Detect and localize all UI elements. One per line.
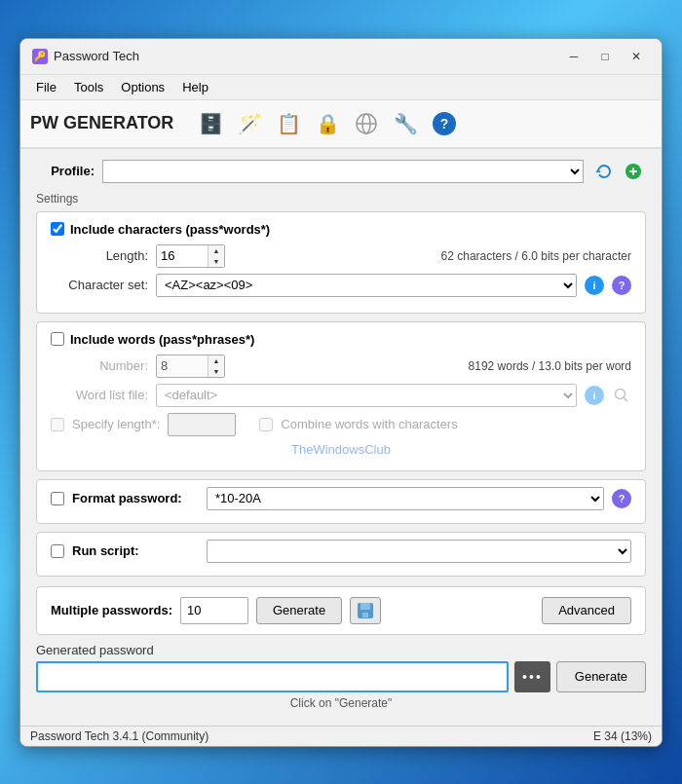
- charset-info-icon[interactable]: i: [585, 276, 604, 295]
- include-chars-label[interactable]: Include characters (pass*words*): [70, 222, 270, 237]
- main-window: 🔑 Password Tech ─ □ ✕ File Tools Options…: [19, 38, 663, 747]
- include-words-label[interactable]: Include words (pass*phrases*): [70, 332, 254, 347]
- words-number-row: Number: ▲ ▼ 8192 words / 13.0 bits per w…: [51, 355, 631, 378]
- wordlist-select[interactable]: <default>: [156, 384, 577, 407]
- menu-file[interactable]: File: [28, 77, 64, 97]
- specify-length-checkbox[interactable]: [51, 418, 64, 431]
- menu-help[interactable]: Help: [174, 77, 216, 97]
- watermark: TheWindowsClub: [51, 442, 631, 457]
- help-icon[interactable]: ?: [427, 106, 462, 141]
- menu-bar: File Tools Options Help: [20, 75, 662, 100]
- generated-password-row: ••• Generate: [36, 661, 646, 692]
- app-icon: 🔑: [32, 49, 48, 64]
- toolbar: PW GENERATOR 🗄️ 🪄 📋 🔒 🔧 ?: [20, 100, 662, 149]
- words-down-button[interactable]: ▼: [208, 366, 224, 377]
- chars-info-text: 62 characters / 6.0 bits per character: [441, 249, 631, 263]
- run-script-section: Run script:: [36, 532, 646, 577]
- minimize-button[interactable]: ─: [560, 47, 587, 66]
- format-password-label[interactable]: Format password:: [72, 491, 199, 505]
- network-icon[interactable]: [349, 106, 384, 141]
- include-chars-section: Include characters (pass*words*) Length:…: [36, 211, 646, 314]
- combine-checkbox[interactable]: [259, 418, 273, 431]
- format-password-checkbox[interactable]: [51, 492, 64, 505]
- multiple-passwords-row: Multiple passwords: Generate Advanced: [51, 597, 631, 624]
- svg-line-9: [625, 397, 628, 401]
- svg-rect-11: [360, 603, 370, 610]
- menu-options[interactable]: Options: [113, 77, 172, 97]
- wordlist-search-icon[interactable]: [612, 386, 631, 405]
- dots-button[interactable]: •••: [514, 661, 550, 692]
- save-icon-button[interactable]: [350, 597, 381, 624]
- format-password-section: Format password: *10-20A ?: [36, 479, 646, 524]
- settings-label: Settings: [36, 192, 646, 205]
- include-words-section: Include words (pass*phrases*) Number: ▲ …: [36, 321, 646, 471]
- format-password-select[interactable]: *10-20A: [207, 487, 604, 510]
- words-number-wrapper: ▲ ▼: [156, 355, 225, 378]
- specify-length-row: Specify length*: Combine words with char…: [51, 413, 631, 436]
- toolbar-title: PW GENERATOR: [30, 113, 173, 133]
- document-icon[interactable]: 📋: [271, 106, 306, 141]
- generate-button[interactable]: Generate: [556, 661, 646, 692]
- menu-tools[interactable]: Tools: [66, 77, 111, 97]
- profile-label: Profile:: [36, 164, 95, 178]
- database-icon[interactable]: 🗄️: [193, 106, 228, 141]
- charset-label: Character set:: [51, 278, 148, 292]
- window-title: Password Tech: [54, 49, 139, 63]
- wordlist-label: Word list file:: [51, 388, 148, 402]
- run-script-select[interactable]: [207, 540, 631, 563]
- profile-refresh-button[interactable]: [591, 159, 617, 184]
- combine-label[interactable]: Combine words with characters: [281, 417, 457, 431]
- status-left: Password Tech 3.4.1 (Community): [30, 729, 208, 743]
- profile-row: Profile:: [36, 159, 646, 184]
- words-number-label: Number:: [51, 358, 148, 373]
- click-hint: Click on "Generate": [36, 696, 646, 710]
- words-up-button[interactable]: ▲: [208, 355, 224, 366]
- run-script-label[interactable]: Run script:: [72, 543, 199, 558]
- status-bar: Password Tech 3.4.1 (Community) E 34 (13…: [20, 726, 662, 746]
- content-area: Profile: Settings Include characters (pa…: [20, 149, 662, 726]
- multiple-passwords-input[interactable]: [180, 597, 248, 624]
- svg-rect-13: [362, 613, 368, 617]
- length-up-button[interactable]: ▲: [208, 245, 224, 256]
- run-script-checkbox[interactable]: [51, 544, 64, 558]
- length-row: Length: ▲ ▼ 62 characters / 6.0 bits per…: [51, 244, 631, 268]
- title-bar-left: 🔑 Password Tech: [32, 49, 139, 64]
- charset-row: Character set: <AZ><az><09> i ?: [51, 274, 631, 297]
- advanced-button[interactable]: Advanced: [542, 597, 631, 624]
- specify-length-label[interactable]: Specify length*:: [72, 417, 160, 431]
- wordlist-info-icon[interactable]: i: [585, 386, 604, 405]
- multiple-passwords-label: Multiple passwords:: [51, 603, 172, 617]
- words-spinners: ▲ ▼: [208, 355, 224, 377]
- charset-select[interactable]: <AZ><az><09>: [156, 274, 577, 297]
- charset-help-icon[interactable]: ?: [612, 276, 631, 295]
- include-chars-checkbox[interactable]: [51, 222, 64, 236]
- include-words-checkbox[interactable]: [51, 332, 64, 346]
- format-row: Format password: *10-20A ?: [51, 487, 631, 510]
- wand-icon[interactable]: 🪄: [232, 106, 267, 141]
- status-right: E 34 (13%): [593, 729, 652, 743]
- include-chars-row: Include characters (pass*words*): [51, 222, 631, 237]
- profile-add-button[interactable]: [621, 159, 646, 184]
- length-input-wrapper: ▲ ▼: [156, 244, 225, 268]
- generated-password-input[interactable]: [36, 661, 509, 692]
- profile-select[interactable]: [102, 160, 584, 183]
- multiple-passwords-section: Multiple passwords: Generate Advanced: [36, 586, 646, 635]
- generate-multiple-button[interactable]: Generate: [256, 597, 342, 624]
- length-spinners: ▲ ▼: [208, 245, 224, 267]
- generated-password-section: Generated password ••• Generate Click on…: [36, 643, 646, 710]
- lock-icon[interactable]: 🔒: [310, 106, 345, 141]
- length-input[interactable]: [157, 245, 208, 267]
- wordlist-row: Word list file: <default> i: [51, 384, 631, 407]
- specify-length-input[interactable]: [168, 413, 236, 436]
- length-down-button[interactable]: ▼: [208, 256, 224, 267]
- maximize-button[interactable]: □: [591, 47, 619, 66]
- title-bar-controls: ─ □ ✕: [560, 47, 650, 66]
- format-help-icon[interactable]: ?: [612, 489, 631, 508]
- run-script-row: Run script:: [51, 540, 631, 563]
- close-button[interactable]: ✕: [623, 47, 650, 66]
- svg-text:?: ?: [440, 116, 449, 131]
- tools-icon[interactable]: 🔧: [388, 106, 423, 141]
- words-info-text: 8192 words / 13.0 bits per word: [469, 359, 631, 373]
- length-label: Length:: [51, 248, 148, 263]
- words-number-input[interactable]: [157, 355, 208, 377]
